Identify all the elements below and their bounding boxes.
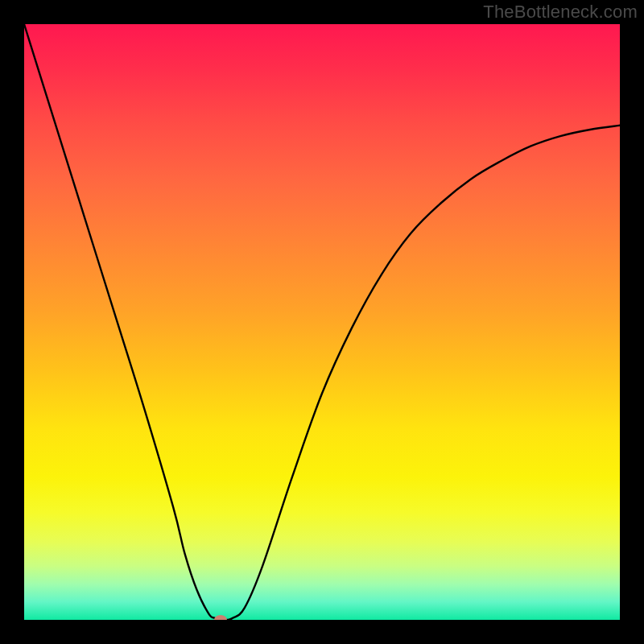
optimal-point-marker [214, 615, 227, 620]
chart-frame: TheBottleneck.com [0, 0, 644, 644]
plot-area [24, 24, 620, 620]
watermark-text: TheBottleneck.com [483, 2, 638, 23]
bottleneck-curve [24, 24, 620, 620]
